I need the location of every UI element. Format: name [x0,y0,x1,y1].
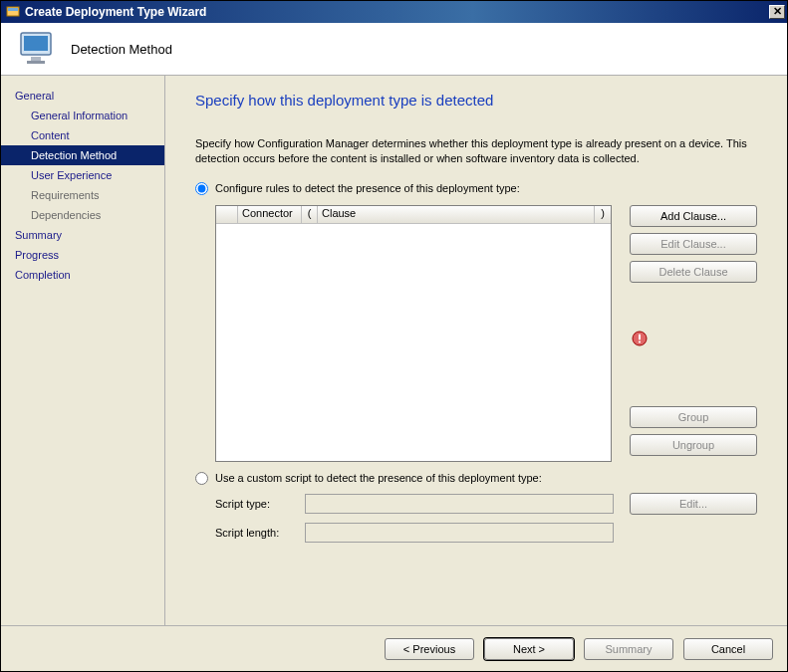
svg-rect-1 [8,8,18,11]
sidebar-item-completion[interactable]: Completion [1,265,164,285]
sidebar-item-requirements[interactable]: Requirements [1,185,164,205]
edit-script-button[interactable]: Edit... [630,493,757,515]
script-length-row: Script length: [215,523,775,543]
svg-rect-5 [27,61,45,64]
sidebar-item-detection-method[interactable]: Detection Method [1,145,164,165]
radio-configure-rules-input[interactable] [195,182,208,195]
summary-button[interactable]: Summary [584,638,673,660]
delete-clause-button[interactable]: Delete Clause [630,261,757,283]
add-clause-button[interactable]: Add Clause... [630,205,757,227]
window-title: Create Deployment Type Wizard [25,5,769,19]
script-length-label: Script length: [215,527,305,539]
sidebar-item-content[interactable]: Content [1,125,164,145]
group-button[interactable]: Group [630,406,757,428]
previous-button[interactable]: < Previous [385,638,474,660]
rules-area: Connector ( Clause ) Add Clause... Edit … [215,205,775,462]
rules-header: Connector ( Clause ) [216,206,611,224]
titlebar: Create Deployment Type Wizard ✕ [1,1,787,23]
svg-rect-4 [31,57,41,61]
next-button[interactable]: Next > [484,638,574,660]
warning-icon [632,331,648,346]
edit-clause-button[interactable]: Edit Clause... [630,233,757,255]
sidebar: General General Information Content Dete… [1,76,165,625]
radio-custom-script-label: Use a custom script to detect the presen… [215,472,542,484]
ungroup-button[interactable]: Ungroup [630,434,757,456]
col-blank[interactable] [216,206,238,223]
rules-table[interactable]: Connector ( Clause ) [215,205,612,462]
close-button[interactable]: ✕ [769,5,785,19]
sidebar-item-progress[interactable]: Progress [1,245,164,265]
script-type-field[interactable] [305,494,614,514]
col-open-paren[interactable]: ( [302,206,318,223]
page-title: Detection Method [71,42,172,57]
col-clause[interactable]: Clause [318,206,595,223]
sidebar-item-general[interactable]: General [1,86,164,106]
svg-rect-3 [24,36,48,51]
clause-buttons: Add Clause... Edit Clause... Delete Clau… [630,205,757,462]
script-type-row: Script type: Edit... [215,493,775,515]
sidebar-item-general-information[interactable]: General Information [1,106,164,125]
radio-configure-rules[interactable]: Configure rules to detect the presence o… [195,182,775,195]
sidebar-item-user-experience[interactable]: User Experience [1,165,164,185]
header-band: Detection Method [1,23,787,76]
footer: < Previous Next > Summary Cancel [1,625,787,671]
radio-custom-script-input[interactable] [195,472,208,485]
monitor-icon [15,27,59,71]
rules-body[interactable] [216,224,611,461]
sidebar-item-dependencies[interactable]: Dependencies [1,205,164,225]
body: General General Information Content Dete… [1,76,787,625]
main-panel: Specify how this deployment type is dete… [165,76,787,625]
svg-point-8 [639,340,641,342]
app-icon [5,4,21,20]
page-heading: Specify how this deployment type is dete… [195,92,775,109]
instruction-text: Specify how Configuration Manager determ… [195,136,763,166]
col-close-paren[interactable]: ) [595,206,611,223]
radio-custom-script[interactable]: Use a custom script to detect the presen… [195,472,775,485]
cancel-button[interactable]: Cancel [683,638,773,660]
script-length-field[interactable] [305,523,614,543]
radio-configure-rules-label: Configure rules to detect the presence o… [215,182,520,194]
sidebar-item-summary[interactable]: Summary [1,225,164,245]
script-type-label: Script type: [215,498,305,510]
wizard-window: Create Deployment Type Wizard ✕ Detectio… [0,0,788,672]
col-connector[interactable]: Connector [238,206,302,223]
svg-rect-7 [639,334,641,339]
